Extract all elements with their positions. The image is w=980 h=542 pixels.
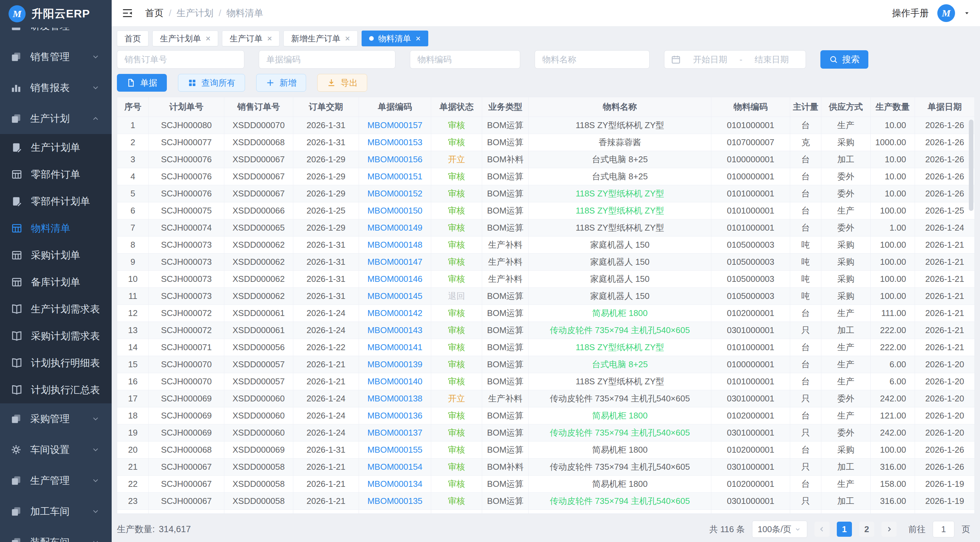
- cell-doc-code[interactable]: MBOM000151: [359, 168, 431, 185]
- cell-doc-code[interactable]: MBOM000142: [359, 305, 431, 322]
- cell-biz-type: BOM运算: [482, 424, 529, 442]
- sidebar-subitem[interactable]: 计划执行汇总表: [0, 376, 112, 403]
- cell-doc-code[interactable]: MBOM000153: [359, 134, 431, 151]
- doc-code-input[interactable]: [259, 50, 395, 69]
- material-code-input[interactable]: [410, 50, 520, 69]
- user-menu-caret-icon[interactable]: [964, 10, 970, 16]
- cell-doc-code[interactable]: MBOM000152: [359, 185, 431, 202]
- sidebar-subitem[interactable]: 零部件订单: [0, 161, 112, 188]
- cell-doc-code[interactable]: MBOM000145: [359, 288, 431, 305]
- cell-sale-no: XSDD000058: [224, 459, 293, 476]
- date-range-picker[interactable]: 开始日期 - 结束日期: [664, 50, 806, 69]
- document-button[interactable]: 单据: [117, 74, 167, 92]
- cell-unit: 吨: [790, 288, 821, 305]
- cell-doc-code[interactable]: MBOM000141: [359, 339, 431, 356]
- cell-doc-code[interactable]: MBOM000135: [359, 493, 431, 510]
- sidebar-group-item[interactable]: 装配车间: [0, 527, 112, 542]
- prev-page-button[interactable]: [815, 521, 830, 537]
- cell-doc-code[interactable]: MBOM000156: [359, 151, 431, 168]
- sidebar-subitem[interactable]: 生产计划单: [0, 134, 112, 161]
- tab-close-icon[interactable]: ×: [416, 34, 421, 43]
- sidebar-subitem[interactable]: 采购计划需求表: [0, 322, 112, 349]
- sidebar-subitem[interactable]: 零部件计划单: [0, 188, 112, 215]
- goto-page-input[interactable]: [933, 521, 955, 537]
- sidebar-group-item[interactable]: 销售管理: [0, 41, 112, 72]
- sidebar-group-item[interactable]: 销售报表: [0, 72, 112, 103]
- sidebar-group-item[interactable]: 研发管理: [0, 27, 112, 41]
- user-avatar[interactable]: M: [937, 4, 955, 22]
- sidebar-subitem[interactable]: 备库计划单: [0, 269, 112, 296]
- date-start-placeholder[interactable]: 开始日期: [683, 54, 738, 65]
- next-page-button[interactable]: [881, 521, 897, 537]
- cell-doc-code[interactable]: MBOM000146: [359, 271, 431, 288]
- table-row: 21SCJH000067XSDD0000582026-1-21MBOM00015…: [117, 459, 974, 476]
- cell-doc-code[interactable]: MBOM000150: [359, 202, 431, 220]
- cell-doc-code[interactable]: MBOM000143: [359, 322, 431, 339]
- cell-supply: 采购: [821, 442, 871, 459]
- page-size-select[interactable]: 100条/页: [752, 521, 807, 538]
- page-button-2[interactable]: 2: [859, 521, 874, 537]
- cell-doc-code[interactable]: MBOM000138: [359, 390, 431, 407]
- cell-doc-code[interactable]: MBOM000148: [359, 236, 431, 253]
- cell-biz-type: 生产补料: [482, 390, 529, 407]
- search-button[interactable]: 搜索: [820, 50, 868, 69]
- cell-doc-code[interactable]: MBOM000134: [359, 476, 431, 493]
- tab-item[interactable]: 生产计划单×: [153, 30, 218, 46]
- sale-order-no-input[interactable]: [117, 50, 244, 69]
- sidebar-group-item[interactable]: 加工车间: [0, 496, 112, 527]
- tab-label: 生产计划单: [160, 33, 201, 44]
- cell-mat-code: 0102000001: [711, 476, 790, 493]
- chevron-down-icon: [91, 507, 100, 516]
- grid-icon: [188, 78, 197, 88]
- cell-doc-code[interactable]: MBOM000149: [359, 220, 431, 236]
- cell-doc-code[interactable]: MBOM000137: [359, 424, 431, 442]
- plus-icon: [266, 78, 275, 88]
- add-button[interactable]: 新增: [256, 74, 306, 92]
- query-all-button[interactable]: 查询所有: [178, 74, 245, 92]
- cell-due-date: 2026-1-31: [293, 271, 359, 288]
- cell-mat-name: 传动皮轮件 735×794 主机孔540×605: [529, 459, 711, 476]
- tab-close-icon[interactable]: ×: [205, 34, 210, 43]
- sidebar-subitem[interactable]: 计划执行明细表: [0, 349, 112, 376]
- cell-doc-code[interactable]: MBOM000154: [359, 459, 431, 476]
- cell-seq: 21: [117, 459, 149, 476]
- cell-doc-code[interactable]: MBOM000155: [359, 442, 431, 459]
- page-button-1[interactable]: 1: [837, 521, 852, 537]
- sidebar-item-label: 销售报表: [30, 81, 83, 95]
- date-end-placeholder[interactable]: 结束日期: [744, 54, 799, 65]
- tab-close-icon[interactable]: ×: [267, 34, 272, 43]
- sidebar-subitem[interactable]: 采购计划单: [0, 242, 112, 269]
- sidebar-group-item[interactable]: 生产计划: [0, 103, 112, 134]
- cell-mat-name: 传动皮轮件 735×794 主机孔540×605: [529, 493, 711, 510]
- sidebar-group-item[interactable]: 生产管理: [0, 465, 112, 496]
- cell-doc-code[interactable]: MBOM000139: [359, 356, 431, 373]
- column-header: 主计量: [790, 97, 821, 117]
- cell-mat-name: 传动皮轮件 735×794 主机孔540×605: [529, 322, 711, 339]
- breadcrumb-production-plan[interactable]: 生产计划: [177, 7, 213, 19]
- cell-due-date: 2026-1-24: [293, 305, 359, 322]
- cell-sale-no: XSDD000061: [224, 322, 293, 339]
- cell-qty: 222.00: [871, 322, 915, 339]
- cell-doc-date: 2026-1-20: [915, 407, 974, 424]
- tab-item[interactable]: 首页: [117, 30, 148, 46]
- tab-close-icon[interactable]: ×: [345, 34, 350, 43]
- sidebar-item-material-list[interactable]: 物料清单: [0, 215, 112, 242]
- sidebar-group-item[interactable]: 车间设置: [0, 434, 112, 465]
- cell-doc-code[interactable]: MBOM000136: [359, 407, 431, 424]
- breadcrumb-home[interactable]: 首页: [145, 7, 164, 19]
- export-button[interactable]: 导出: [317, 74, 367, 92]
- tab-item[interactable]: 生产订单×: [222, 30, 280, 46]
- cell-qty: 10.00: [871, 185, 915, 202]
- manual-link[interactable]: 操作手册: [892, 7, 929, 19]
- table-scrollbar[interactable]: [969, 120, 974, 211]
- cell-doc-code[interactable]: MBOM000157: [359, 117, 431, 134]
- tab-material-list[interactable]: 物料清单×: [361, 30, 428, 46]
- cell-doc-code[interactable]: MBOM000147: [359, 253, 431, 271]
- menu-fold-icon[interactable]: [121, 7, 133, 19]
- cell-biz-type: BOM运算: [482, 339, 529, 356]
- cell-doc-code[interactable]: MBOM000140: [359, 373, 431, 390]
- material-name-input[interactable]: [535, 50, 650, 69]
- sidebar-subitem[interactable]: 生产计划需求表: [0, 296, 112, 322]
- tab-item[interactable]: 新增生产订单×: [283, 30, 357, 46]
- sidebar-group-item[interactable]: 采购管理: [0, 403, 112, 434]
